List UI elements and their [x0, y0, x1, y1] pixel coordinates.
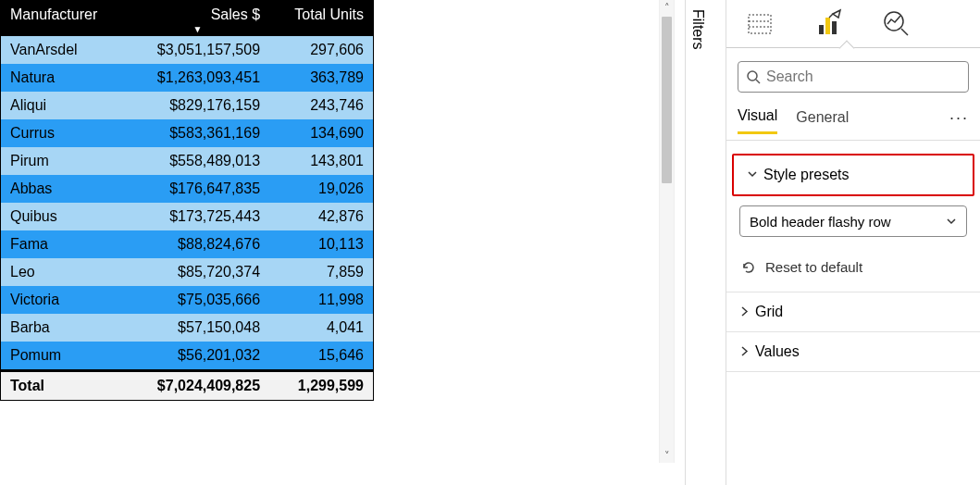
- table-row[interactable]: Fama$88,824,67610,113: [1, 230, 373, 258]
- cell-manufacturer: Aliqui: [1, 92, 126, 119]
- section-grid[interactable]: Grid: [726, 292, 980, 331]
- build-visual-icon[interactable]: [743, 7, 776, 41]
- cell-sales: $583,361,169: [126, 119, 269, 147]
- cell-units: 363,789: [269, 64, 373, 92]
- cell-units: 42,876: [269, 203, 373, 230]
- table-row[interactable]: Victoria$75,035,66611,998: [1, 286, 373, 314]
- cell-manufacturer: Pirum: [1, 147, 126, 175]
- table-row[interactable]: Pirum$558,489,013143,801: [1, 147, 373, 175]
- style-preset-dropdown[interactable]: Bold header flashy row: [739, 205, 967, 237]
- cell-manufacturer: Quibus: [1, 203, 126, 230]
- cell-units: 243,746: [269, 92, 373, 119]
- cell-units: 4,041: [269, 314, 373, 342]
- cell-sales: $176,647,835: [126, 175, 269, 203]
- cell-sales: $75,035,666: [126, 286, 269, 314]
- svg-rect-3: [819, 25, 824, 34]
- cell-units: 10,113: [269, 230, 373, 258]
- table-header-row: Manufacturer Sales $ ▼ Total Units: [1, 1, 373, 36]
- section-style-presets-label: Style presets: [763, 167, 849, 183]
- filters-label: Filters: [686, 6, 710, 54]
- sort-desc-icon: ▼: [193, 24, 203, 34]
- svg-line-8: [901, 29, 908, 35]
- table-total-row: Total$7,024,409,8251,299,599: [1, 371, 373, 401]
- cell-sales: $173,725,443: [126, 203, 269, 230]
- section-values[interactable]: Values: [726, 332, 980, 371]
- table-row[interactable]: Currus$583,361,169134,690: [1, 119, 373, 147]
- format-visual-icon[interactable]: [812, 7, 845, 41]
- analytics-icon[interactable]: [880, 7, 913, 41]
- table-row[interactable]: Barba$57,150,0484,041: [1, 314, 373, 342]
- cell-sales: $829,176,159: [126, 92, 269, 119]
- cell-sales: $3,051,157,509: [126, 36, 269, 64]
- svg-line-6: [829, 14, 833, 18]
- filters-pane-collapsed[interactable]: Filters: [685, 0, 722, 485]
- scroll-down-icon[interactable]: ˅: [660, 448, 674, 463]
- style-preset-value: Bold header flashy row: [750, 214, 891, 230]
- total-units: 1,299,599: [269, 371, 373, 401]
- col-header-units[interactable]: Total Units: [269, 1, 373, 36]
- tab-visual[interactable]: Visual: [738, 102, 777, 134]
- cell-units: 11,998: [269, 286, 373, 314]
- format-search-input[interactable]: [766, 68, 961, 85]
- cell-units: 134,690: [269, 119, 373, 147]
- more-options-icon[interactable]: ···: [949, 108, 969, 128]
- reset-icon: [741, 260, 756, 275]
- svg-rect-4: [825, 18, 830, 34]
- data-table: Manufacturer Sales $ ▼ Total Units VanAr…: [1, 1, 373, 400]
- chevron-down-icon: [747, 168, 758, 182]
- format-sub-tabs: Visual General ···: [726, 102, 980, 134]
- section-style-presets[interactable]: Style presets: [732, 154, 974, 196]
- table-row[interactable]: Aliqui$829,176,159243,746: [1, 92, 373, 119]
- cell-sales: $88,824,676: [126, 230, 269, 258]
- svg-rect-0: [749, 15, 771, 33]
- svg-rect-5: [832, 21, 837, 34]
- scroll-up-icon[interactable]: ˄: [660, 0, 674, 15]
- col-header-sales-label: Sales $: [211, 6, 260, 22]
- vertical-scrollbar[interactable]: ˄ ˅: [659, 0, 675, 463]
- scrollbar-thumb[interactable]: [662, 17, 672, 183]
- cell-manufacturer: Abbas: [1, 175, 126, 203]
- cell-manufacturer: Natura: [1, 64, 126, 92]
- cell-units: 297,606: [269, 36, 373, 64]
- reset-to-default[interactable]: Reset to default: [726, 250, 980, 292]
- cell-units: 15,646: [269, 342, 373, 371]
- cell-manufacturer: Victoria: [1, 286, 126, 314]
- table-row[interactable]: Natura$1,263,093,451363,789: [1, 64, 373, 92]
- table-row[interactable]: Quibus$173,725,44342,876: [1, 203, 373, 230]
- chevron-right-icon: [739, 345, 750, 359]
- cell-manufacturer: Fama: [1, 230, 126, 258]
- cell-units: 19,026: [269, 175, 373, 203]
- chevron-down-icon: [946, 214, 957, 230]
- reset-to-default-label: Reset to default: [765, 259, 862, 275]
- total-label: Total: [1, 371, 126, 401]
- cell-units: 7,859: [269, 258, 373, 286]
- svg-line-10: [756, 80, 760, 83]
- cell-manufacturer: Barba: [1, 314, 126, 342]
- cell-sales: $57,150,048: [126, 314, 269, 342]
- tab-general[interactable]: General: [796, 104, 849, 133]
- section-grid-label: Grid: [755, 304, 783, 320]
- cell-manufacturer: Pomum: [1, 342, 126, 371]
- cell-manufacturer: VanArsdel: [1, 36, 126, 64]
- table-visual[interactable]: Manufacturer Sales $ ▼ Total Units VanAr…: [0, 0, 374, 401]
- cell-manufacturer: Currus: [1, 119, 126, 147]
- table-row[interactable]: VanArsdel$3,051,157,509297,606: [1, 36, 373, 64]
- table-row[interactable]: Abbas$176,647,83519,026: [1, 175, 373, 203]
- section-values-label: Values: [755, 343, 800, 360]
- cell-sales: $85,720,374: [126, 258, 269, 286]
- col-header-sales[interactable]: Sales $ ▼: [126, 1, 269, 36]
- cell-sales: $558,489,013: [126, 147, 269, 175]
- pane-tab-icons: [726, 0, 980, 48]
- col-header-manufacturer[interactable]: Manufacturer: [1, 1, 126, 36]
- table-row[interactable]: Pomum$56,201,03215,646: [1, 342, 373, 371]
- chevron-right-icon: [739, 305, 750, 319]
- cell-manufacturer: Leo: [1, 258, 126, 286]
- table-row[interactable]: Leo$85,720,3747,859: [1, 258, 373, 286]
- cell-units: 143,801: [269, 147, 373, 175]
- format-search-box[interactable]: [738, 61, 969, 93]
- search-icon: [746, 69, 761, 84]
- cell-sales: $56,201,032: [126, 342, 269, 371]
- total-sales: $7,024,409,825: [126, 371, 269, 401]
- cell-sales: $1,263,093,451: [126, 64, 269, 92]
- visualizations-format-pane: Visual General ··· Style presets Bold he…: [726, 0, 980, 485]
